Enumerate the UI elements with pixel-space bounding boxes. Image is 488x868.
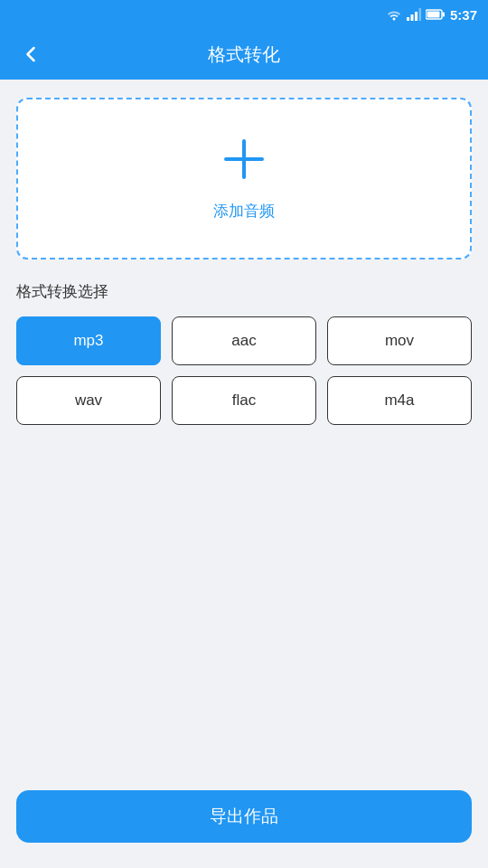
format-section: 格式转换选择 mp3 aac mov wav flac m4a bbox=[16, 281, 472, 439]
add-icon bbox=[221, 136, 267, 190]
page-title: 格式转化 bbox=[208, 42, 280, 67]
wifi-icon bbox=[386, 8, 402, 21]
format-btn-mp3[interactable]: mp3 bbox=[16, 316, 161, 365]
status-icons: 5:37 bbox=[386, 7, 477, 23]
main-content: 添加音频 格式转换选择 mp3 aac mov wav flac m4a bbox=[0, 80, 488, 868]
export-btn-container: 导出作品 bbox=[16, 790, 472, 843]
svg-rect-2 bbox=[415, 12, 418, 21]
status-time: 5:37 bbox=[450, 7, 477, 23]
back-button[interactable] bbox=[14, 38, 47, 71]
svg-rect-1 bbox=[410, 14, 413, 21]
svg-rect-5 bbox=[427, 12, 439, 18]
svg-rect-3 bbox=[418, 8, 421, 21]
signal-icon bbox=[407, 8, 421, 21]
format-btn-m4a[interactable]: m4a bbox=[327, 376, 472, 425]
format-grid: mp3 aac mov wav flac m4a bbox=[16, 316, 472, 425]
format-btn-wav[interactable]: wav bbox=[16, 376, 161, 425]
upload-label: 添加音频 bbox=[213, 201, 275, 222]
format-btn-mov[interactable]: mov bbox=[327, 316, 472, 365]
section-label: 格式转换选择 bbox=[16, 281, 472, 302]
battery-icon bbox=[426, 9, 446, 20]
header: 格式转化 bbox=[0, 29, 488, 80]
status-bar: 5:37 bbox=[0, 0, 488, 29]
format-btn-flac[interactable]: flac bbox=[172, 376, 316, 425]
format-btn-aac[interactable]: aac bbox=[172, 316, 316, 365]
svg-rect-0 bbox=[407, 17, 409, 21]
export-button[interactable]: 导出作品 bbox=[16, 790, 472, 843]
upload-area[interactable]: 添加音频 bbox=[16, 98, 472, 259]
svg-rect-6 bbox=[442, 13, 445, 17]
